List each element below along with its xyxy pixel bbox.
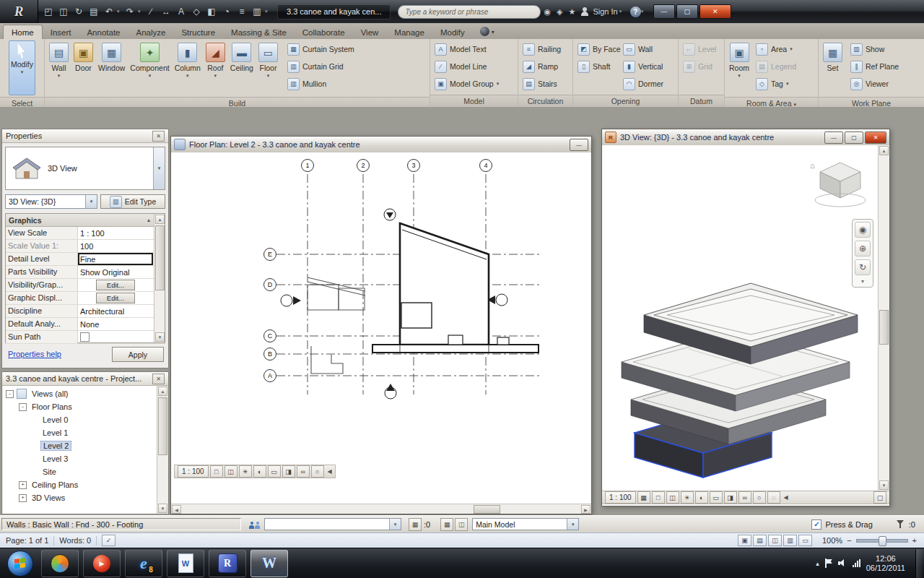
sign-in-button[interactable]: Sign In: [593, 7, 617, 16]
edit-button[interactable]: Edit...: [96, 280, 135, 290]
zoom-slider[interactable]: [856, 539, 908, 543]
tab-insert[interactable]: Insert: [43, 25, 79, 39]
sign-in-dropdown-icon[interactable]: ▾: [619, 9, 624, 14]
taskbar-app-media-player[interactable]: [41, 550, 79, 577]
navbar-expand-icon[interactable]: ▾: [861, 278, 864, 285]
scrollbar-thumb[interactable]: [879, 310, 889, 345]
model-line-button[interactable]: ∕ Model Line: [432, 58, 501, 75]
print-icon[interactable]: ▤: [87, 4, 101, 19]
redo-dropdown-icon[interactable]: ▾: [138, 9, 143, 14]
floor-button[interactable]: ▭ Floor ▾: [256, 40, 280, 95]
property-value[interactable]: 1 : 100: [78, 227, 153, 239]
properties-close-icon[interactable]: ✕: [152, 131, 165, 142]
viewbar-collapse-icon[interactable]: ◀: [784, 494, 788, 501]
component-button[interactable]: ✦ Component ▾: [128, 40, 171, 95]
outline-view-icon[interactable]: ▥: [783, 535, 797, 546]
text-icon[interactable]: A: [174, 4, 188, 19]
type-selector[interactable]: 3D View ▾: [5, 147, 165, 190]
fullscreen-view-icon[interactable]: ▤: [753, 535, 767, 546]
thin-lines-icon[interactable]: ≡: [235, 4, 249, 19]
reveal-hidden-icon[interactable]: ○: [311, 465, 324, 478]
roof-dropdown-icon[interactable]: ▾: [214, 73, 217, 79]
wall-dropdown-icon[interactable]: ▾: [58, 73, 61, 79]
taskbar-app-revit[interactable]: R: [209, 550, 246, 577]
set-button[interactable]: ▦ Set: [821, 40, 845, 95]
communication-center-icon[interactable]: ◉: [544, 7, 551, 17]
worksets-dropdown-icon[interactable]: ▾: [389, 519, 401, 530]
viewer-button[interactable]: ◎ Viewer: [848, 75, 901, 92]
tag-icon[interactable]: ◇: [189, 4, 204, 19]
view-selector-combo[interactable]: 3D View: {3D} ▾: [5, 194, 97, 209]
locked-3d-icon[interactable]: ◌: [767, 491, 780, 504]
visual-style-icon[interactable]: □: [210, 465, 223, 478]
word-page-indicator[interactable]: Page: 1 of 1: [6, 536, 48, 545]
default-3d-view-icon[interactable]: ◧: [204, 4, 219, 19]
orbit-icon[interactable]: ↻: [855, 259, 871, 275]
qat-customize-icon[interactable]: ▾: [265, 9, 270, 14]
modify-button[interactable]: Modify ▾: [9, 40, 35, 95]
subscription-center-icon[interactable]: ◈: [557, 7, 562, 17]
curtain-system-button[interactable]: ▦ Curtain System: [285, 40, 357, 58]
browser-scrollbar[interactable]: ▲ ▼: [157, 386, 167, 514]
tag-room-button[interactable]: ◇ Tag ▾: [754, 75, 798, 92]
shaft-button[interactable]: ▯ Shaft: [575, 58, 620, 75]
curtain-grid-button[interactable]: ▥ Curtain Grid: [285, 58, 357, 75]
wall-button[interactable]: ▤ Wall ▾: [47, 40, 71, 95]
expand-toggle-icon[interactable]: +: [19, 481, 27, 489]
tree-item-3d-views[interactable]: + 3D Views: [6, 491, 157, 504]
mullion-button[interactable]: ▥ Mullion: [285, 75, 357, 92]
worksets-combo[interactable]: ▾: [264, 518, 401, 530]
model-group-dropdown-icon[interactable]: ▾: [497, 81, 500, 87]
show-hidden-icons-icon[interactable]: ▴: [816, 560, 819, 567]
print-layout-view-icon[interactable]: ▣: [738, 535, 751, 546]
show-button[interactable]: ▥ Show: [848, 40, 901, 58]
tree-label[interactable]: Level 1: [40, 428, 70, 437]
legend-button[interactable]: ▤ Legend: [754, 58, 798, 75]
redo-icon[interactable]: ↷: [123, 4, 137, 19]
show-desktop-button[interactable]: [915, 549, 923, 578]
expand-toggle-icon[interactable]: +: [19, 494, 27, 502]
favorites-icon[interactable]: ★: [569, 7, 576, 17]
floor-dropdown-icon[interactable]: ▾: [267, 73, 270, 79]
ceiling-button[interactable]: ▬ Ceiling: [228, 40, 256, 95]
properties-palette-header[interactable]: Properties ✕: [2, 129, 168, 143]
save-icon[interactable]: ◫: [56, 4, 71, 19]
tab-collaborate[interactable]: Collaborate: [295, 25, 353, 39]
detail-level-icon[interactable]: ◫: [225, 465, 237, 478]
edit-button[interactable]: Edit...: [96, 293, 135, 303]
active-design-option-combo[interactable]: Main Model ▾: [472, 518, 579, 530]
tab-manage[interactable]: Manage: [386, 25, 432, 39]
design-option-dropdown-icon[interactable]: ▾: [567, 519, 578, 530]
zoom-out-icon[interactable]: −: [847, 536, 851, 545]
stairs-button[interactable]: ▤ Stairs: [520, 75, 563, 92]
tree-item-site[interactable]: Site: [6, 465, 157, 478]
reveal-hidden-icon[interactable]: ○: [753, 491, 766, 504]
zoom-icon[interactable]: ⊕: [855, 241, 871, 256]
floor-plan-canvas[interactable]: 1 2 3 4 E D C B A: [171, 152, 591, 504]
scroll-up-icon[interactable]: ▲: [155, 215, 165, 224]
room-area-panel-dropdown-icon[interactable]: ▾: [793, 102, 796, 107]
tab-modify[interactable]: Modify: [432, 25, 473, 39]
tab-view[interactable]: View: [353, 25, 387, 39]
view-scale-button[interactable]: 1 : 100: [605, 491, 636, 504]
property-value[interactable]: None: [78, 318, 153, 330]
tree-label[interactable]: Ceiling Plans: [30, 480, 80, 489]
draft-view-icon[interactable]: ▭: [798, 535, 812, 546]
help-icon[interactable]: ?: [630, 7, 641, 17]
detail-level-icon[interactable]: □: [652, 491, 665, 504]
close-button[interactable]: ✕: [699, 4, 731, 19]
sun-path-icon[interactable]: ☀: [239, 465, 252, 478]
tree-item-level-3[interactable]: Level 3: [6, 452, 157, 465]
type-selector-dropdown-icon[interactable]: ▾: [153, 147, 165, 189]
design-options-edit-icon[interactable]: ◫: [455, 518, 468, 531]
action-center-icon[interactable]: [825, 558, 832, 568]
property-value[interactable]: Show Original: [78, 266, 153, 278]
steering-wheel-icon[interactable]: ◉: [855, 222, 871, 238]
scrollbar-thumb[interactable]: [155, 225, 165, 290]
tree-label[interactable]: Level 3: [40, 454, 70, 463]
zoom-level[interactable]: 100%: [822, 536, 842, 545]
crop-region-visible-icon[interactable]: ◨: [724, 491, 737, 504]
area-button[interactable]: ▫ Area ▾: [754, 40, 798, 58]
crop-view-icon[interactable]: ▭: [268, 465, 281, 478]
section-icon[interactable]: ◔: [219, 4, 234, 19]
